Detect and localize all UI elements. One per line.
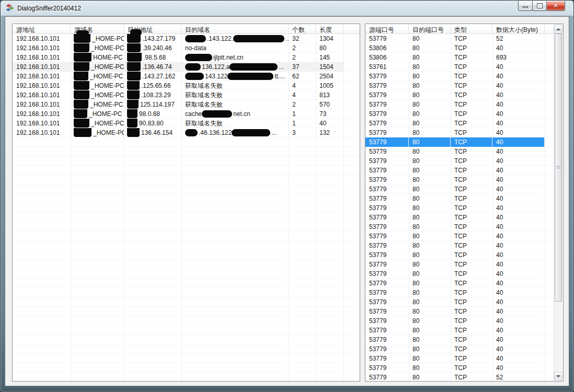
table-row[interactable]: 192.168.10.101_HOME-PC90.83.80获取域名失败140 — [13, 119, 360, 128]
table-row[interactable]: 5377980TCP40 — [365, 288, 554, 297]
table-row[interactable]: 5377980TCP40 — [365, 222, 554, 232]
table-row[interactable]: 192.168.10.101HOME-PC.98.5.68ijlptt.net.… — [13, 53, 360, 62]
column-header[interactable]: 目的端口号 — [409, 24, 451, 34]
cell-col1: 80 — [409, 241, 451, 250]
cell-col0: 53779 — [365, 109, 409, 119]
cell-col1: 80 — [409, 213, 451, 222]
table-row[interactable]: 5377980TCP40 — [365, 90, 554, 100]
cell-length: 80 — [316, 43, 343, 53]
scroll-up-button[interactable] — [554, 25, 562, 33]
table-row[interactable]: 5377980TCP40 — [365, 128, 554, 137]
cell-text: .98.5.68 — [143, 54, 166, 61]
table-row[interactable]: 192.168.10.101_HOME-PC.143.27.179.143.12… — [13, 34, 360, 43]
cell-col3: 40 — [492, 288, 545, 297]
cell-text: tt.... — [274, 73, 285, 80]
cell-col3: 40 — [492, 119, 545, 128]
table-row[interactable]: 192.168.10.101_HOME-PC.108.23.29获取域名失败48… — [13, 90, 360, 100]
table-row[interactable]: 5377980TCP40 — [365, 363, 554, 373]
cell-col0: 53779 — [365, 326, 409, 335]
table-row[interactable]: 5377980TCP40 — [365, 109, 554, 119]
column-header[interactable]: 源端口号 — [365, 24, 409, 34]
column-header[interactable]: 目的域名 — [181, 24, 289, 34]
table-row[interactable]: 5377980TCP40 — [365, 326, 554, 335]
table-row[interactable]: 5377980TCP40 — [365, 175, 554, 185]
cell-src_domain: _HOME-PC — [71, 100, 124, 109]
table-row[interactable]: 5377980TCP40 — [365, 137, 554, 147]
right-listview: 源端口号目的端口号类型数据大小(Byte) 5377980TCP52538068… — [365, 24, 564, 382]
table-row[interactable]: 5377980TCP52 — [365, 373, 554, 382]
table-row[interactable]: 5377980TCP40 — [365, 119, 554, 128]
table-row[interactable]: 5377980TCP40 — [365, 232, 554, 241]
title-bar[interactable]: DialogSniffer20140412 ✕ — [1, 1, 573, 16]
cell-text: _HOME-PC — [90, 101, 123, 108]
table-row[interactable]: 5377980TCP40 — [365, 344, 554, 354]
table-row[interactable]: 5377980TCP40 — [365, 72, 554, 81]
table-row[interactable]: 5377980TCP40 — [365, 279, 554, 288]
table-row[interactable]: 5377980TCP40 — [365, 297, 554, 307]
table-row[interactable]: 5377980TCP40 — [365, 81, 554, 90]
column-header[interactable]: 源地址 — [13, 24, 71, 34]
table-row[interactable]: 5377980TCP40 — [365, 269, 554, 279]
table-row[interactable]: 5377980TCP40 — [365, 316, 554, 326]
left-listview: 源地址源域名目的地址目的域名个数长度 192.168.10.101_HOME-P… — [12, 24, 360, 382]
table-row[interactable]: 5377980TCP40 — [365, 307, 554, 316]
table-row[interactable]: 192.168.10.101_HOME-PC.136.46.74136.122.… — [13, 62, 360, 72]
column-header[interactable]: 长度 — [316, 24, 343, 34]
table-row[interactable]: 5377980TCP40 — [365, 335, 554, 344]
table-row[interactable]: 5377980TCP40 — [365, 354, 554, 363]
table-row[interactable]: 192.168.10.101_HOME-PC.125.65.66获取域名失败41… — [13, 81, 360, 90]
table-row[interactable]: 192.168.10.101_HOME-PC98.0.68cachenet.cn… — [13, 109, 360, 119]
table-row[interactable]: 5377980TCP40 — [365, 100, 554, 109]
redaction-blob — [74, 81, 89, 90]
table-row[interactable]: 5377980TCP40 — [365, 260, 554, 269]
column-header[interactable]: 类型 — [451, 24, 492, 34]
table-row[interactable]: 5380680TCP40 — [365, 43, 554, 53]
cell-col0: 53779 — [365, 72, 409, 81]
cell-col0: 53779 — [365, 203, 409, 213]
cell-col2: TCP — [451, 307, 492, 316]
table-row[interactable]: 5377980TCP40 — [365, 250, 554, 260]
column-header[interactable]: 个数 — [289, 24, 316, 34]
table-row[interactable]: 5377980TCP40 — [365, 203, 554, 213]
cell-col2: TCP — [451, 250, 492, 260]
table-row[interactable]: 192.168.10.101_HOME-PC.39.240.46no-data2… — [13, 43, 360, 53]
arrow-down-icon — [556, 375, 560, 377]
table-row[interactable]: 5380680TCP693 — [365, 53, 554, 62]
table-row[interactable]: 5377980TCP52 — [365, 34, 554, 43]
cell-dst_addr: 136.46.154 — [124, 128, 181, 137]
table-row[interactable]: 5377980TCP40 — [365, 147, 554, 156]
redaction-blob — [127, 62, 141, 71]
cell-dst_addr: .143.27.162 — [124, 72, 181, 81]
cell-dst_addr: 90.83.80 — [124, 119, 181, 128]
table-row[interactable]: 5377980TCP40 — [365, 185, 554, 194]
table-row[interactable]: 5377980TCP40 — [365, 213, 554, 222]
vertical-scrollbar[interactable] — [554, 25, 562, 381]
minimize-button[interactable] — [518, 1, 533, 11]
table-row[interactable]: 192.168.10.101_HOME-PC136.46.154.46.136.… — [13, 128, 360, 137]
cell-col2: TCP — [451, 109, 492, 119]
close-button[interactable]: ✕ — [546, 1, 565, 11]
column-header[interactable]: 数据大小(Byte) — [492, 24, 545, 34]
maximize-button[interactable] — [532, 1, 547, 11]
scroll-down-button[interactable] — [554, 372, 562, 381]
cell-text: .46.136.122 — [199, 129, 232, 136]
cell-src_addr: 192.168.10.101 — [13, 81, 71, 90]
table-row[interactable]: 5376180TCP40 — [365, 62, 554, 72]
cell-col0: 53761 — [365, 62, 409, 72]
cell-text: 获取域名失败 — [185, 101, 223, 108]
cell-text: _HOME-PC — [91, 91, 124, 99]
cell-length: 73 — [316, 109, 343, 119]
table-row[interactable]: 5377980TCP40 — [365, 166, 554, 175]
cell-col2: TCP — [451, 288, 492, 297]
table-row[interactable]: 5377980TCP40 — [365, 156, 554, 166]
cell-col0: 53779 — [365, 147, 409, 156]
cell-col0: 53779 — [365, 175, 409, 185]
cell-col1: 80 — [409, 269, 451, 279]
scrollbar-track[interactable] — [554, 33, 562, 372]
scrollbar-thumb[interactable] — [555, 33, 562, 302]
table-row[interactable]: 5377980TCP40 — [365, 241, 554, 250]
table-row[interactable]: 192.168.10.101_HOME-PC125.114.197获取域名失败2… — [13, 100, 360, 109]
table-row[interactable]: 192.168.10.101_HOME-PC.143.27.162143.122… — [13, 72, 360, 81]
table-row[interactable]: 5377980TCP40 — [365, 194, 554, 203]
cell-col1: 80 — [409, 297, 451, 307]
